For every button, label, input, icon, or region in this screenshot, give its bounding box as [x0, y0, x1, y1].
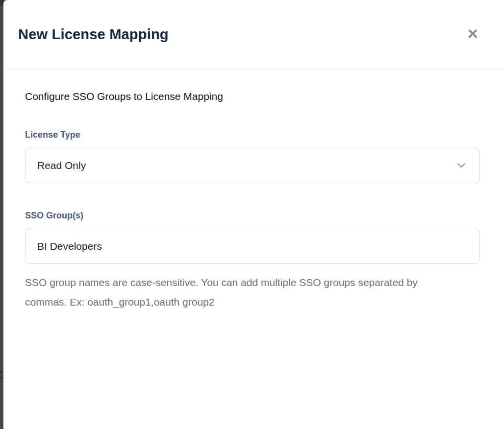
background-page-list-icon	[0, 371, 2, 388]
modal-title: New License Mapping	[18, 26, 169, 43]
license-type-field: License Type Read Only	[25, 130, 482, 183]
license-type-selected-value: Read Only	[37, 160, 86, 171]
sso-groups-label: SSO Group(s)	[25, 211, 482, 221]
background-page-edge	[0, 0, 3, 6]
chevron-down-icon	[455, 159, 468, 172]
sso-groups-input[interactable]	[25, 229, 480, 264]
sso-groups-help-text: SSO group names are case-sensitive. You …	[25, 273, 456, 312]
new-license-mapping-modal: New License Mapping ✕ Configure SSO Grou…	[3, 0, 504, 429]
license-type-select[interactable]: Read Only	[25, 148, 480, 183]
modal-header: New License Mapping ✕	[3, 0, 504, 69]
license-type-label: License Type	[25, 130, 482, 140]
close-icon[interactable]: ✕	[465, 25, 480, 43]
sso-groups-field: SSO Group(s) SSO group names are case-se…	[25, 211, 482, 312]
modal-subtitle: Configure SSO Groups to License Mapping	[25, 91, 482, 102]
screen: New License Mapping ✕ Configure SSO Grou…	[0, 0, 504, 429]
modal-body: Configure SSO Groups to License Mapping …	[3, 69, 504, 312]
